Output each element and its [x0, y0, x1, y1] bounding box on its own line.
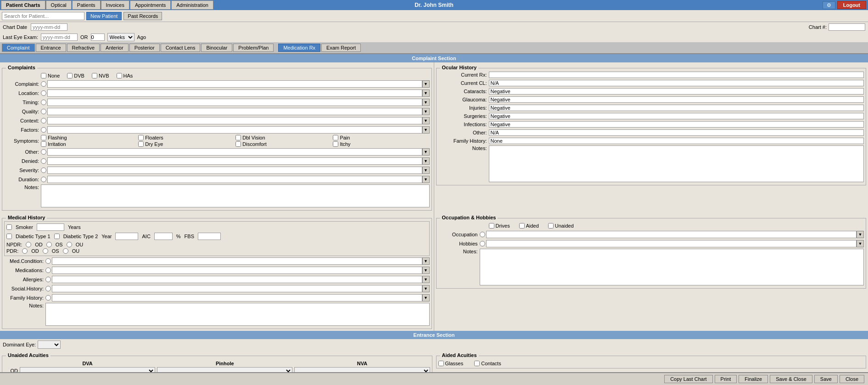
denied-dropdown-btn[interactable]: ▼ — [422, 157, 430, 165]
occupation-dropdown-btn[interactable]: ▼ — [857, 231, 864, 238]
npdr-os-radio[interactable] — [46, 242, 52, 247]
past-records-button[interactable]: Past Records — [123, 12, 162, 20]
contacts-checkbox[interactable] — [474, 361, 480, 366]
oh-other-input[interactable] — [489, 129, 864, 136]
severity-dropdown-btn[interactable]: ▼ — [422, 167, 430, 174]
hobbies-input[interactable] — [486, 240, 857, 247]
medications-dropdown-btn[interactable]: ▼ — [422, 267, 430, 274]
timing-dropdown-btn[interactable]: ▼ — [422, 99, 430, 106]
occupation-input[interactable] — [486, 231, 857, 238]
tab-entrance[interactable]: Entrance — [36, 44, 66, 52]
occupation-radio[interactable] — [480, 232, 485, 237]
glaucoma-input[interactable] — [489, 96, 864, 103]
new-patient-button[interactable]: New Patient — [86, 12, 122, 20]
injuries-input[interactable] — [489, 105, 864, 111]
tab-patients[interactable]: Patients — [72, 0, 101, 10]
itchy-checkbox[interactable] — [333, 141, 338, 147]
quality-radio[interactable] — [41, 109, 46, 114]
medications-radio[interactable] — [45, 268, 51, 273]
time-unit-select[interactable]: Weeks Months Years — [107, 33, 134, 41]
medications-input[interactable] — [52, 267, 422, 274]
finalize-button[interactable]: Finalize — [739, 375, 768, 383]
irritation-checkbox[interactable] — [41, 141, 46, 147]
denied-radio[interactable] — [41, 158, 46, 164]
diabetic-year-input[interactable] — [115, 233, 138, 240]
pain-checkbox[interactable] — [333, 135, 338, 140]
dvb-checkbox[interactable] — [67, 73, 73, 78]
tab-appointments[interactable]: Appointments — [130, 0, 171, 10]
social-history-radio[interactable] — [45, 286, 51, 291]
timing-input[interactable] — [47, 99, 422, 106]
duration-input[interactable] — [47, 176, 422, 183]
fbs-input[interactable] — [198, 233, 221, 240]
npdr-ou-radio[interactable] — [67, 242, 72, 247]
last-eye-date-input[interactable] — [41, 33, 78, 41]
infections-input[interactable] — [489, 121, 864, 128]
copy-last-chart-button[interactable]: Copy Last Chart — [664, 375, 712, 383]
tab-complaint[interactable]: Complaint — [2, 44, 35, 52]
settings-button[interactable]: ⚙ — [823, 1, 835, 9]
chart-num-input[interactable] — [829, 23, 865, 31]
npdr-od-radio[interactable] — [26, 242, 31, 247]
drives-checkbox[interactable] — [489, 223, 494, 229]
aic-input[interactable] — [154, 233, 173, 240]
denied-input[interactable] — [47, 157, 422, 165]
tab-binocular[interactable]: Binocular — [201, 44, 232, 52]
unaided-checkbox[interactable] — [548, 223, 554, 229]
save-close-button[interactable]: Save & Close — [770, 375, 812, 383]
tab-refractive[interactable]: Refractive — [67, 44, 100, 52]
tab-problem-plan[interactable]: Problem/Plan — [233, 44, 274, 52]
dominant-eye-select[interactable]: OD OS — [38, 340, 61, 349]
hobbies-radio[interactable] — [480, 241, 485, 246]
surgeries-input[interactable] — [489, 113, 864, 119]
floaters-checkbox[interactable] — [138, 135, 144, 140]
other-radio[interactable] — [41, 149, 46, 155]
social-history-dropdown-btn[interactable]: ▼ — [422, 285, 430, 292]
med-hist-notes-textarea[interactable] — [45, 303, 430, 326]
hobbies-dropdown-btn[interactable]: ▼ — [857, 240, 864, 247]
med-condition-radio[interactable] — [45, 258, 51, 264]
pdr-os-radio[interactable] — [43, 248, 48, 254]
close-button[interactable]: Close — [840, 375, 864, 383]
chart-date-input[interactable] — [31, 23, 67, 31]
factors-input[interactable] — [47, 126, 422, 134]
location-input[interactable] — [47, 89, 422, 97]
tab-invoices[interactable]: Invoices — [101, 0, 129, 10]
has-checkbox[interactable] — [117, 73, 122, 78]
other-input[interactable] — [47, 148, 422, 156]
smoker-years-input[interactable] — [37, 223, 64, 231]
complaint-radio[interactable] — [41, 81, 46, 87]
pdr-od-radio[interactable] — [22, 248, 28, 254]
med-family-history-dropdown-btn[interactable]: ▼ — [422, 294, 430, 301]
complaint-notes-textarea[interactable] — [41, 184, 430, 207]
quality-dropdown-btn[interactable]: ▼ — [422, 108, 430, 115]
med-condition-input[interactable] — [52, 257, 422, 265]
smoker-checkbox[interactable] — [6, 224, 12, 230]
context-dropdown-btn[interactable]: ▼ — [422, 117, 430, 124]
complaint-input[interactable] — [47, 80, 422, 88]
tab-patient-charts[interactable]: Patient Charts — [1, 0, 45, 10]
context-radio[interactable] — [41, 118, 46, 123]
diabetic-type1-checkbox[interactable] — [6, 234, 12, 239]
medication-rx-button[interactable]: Medication Rx — [278, 44, 320, 52]
tab-contact-lens[interactable]: Contact Lens — [161, 44, 201, 52]
nvb-checkbox[interactable] — [92, 73, 97, 78]
weeks-number-input[interactable] — [91, 33, 105, 41]
discomfort-checkbox[interactable] — [235, 141, 241, 147]
severity-radio[interactable] — [41, 167, 46, 173]
factors-dropdown-btn[interactable]: ▼ — [422, 126, 430, 134]
med-family-history-radio[interactable] — [45, 295, 51, 301]
none-checkbox[interactable] — [41, 73, 46, 78]
aided-checkbox[interactable] — [519, 223, 525, 229]
context-input[interactable] — [47, 117, 422, 124]
tab-posterior[interactable]: Posterior — [129, 44, 160, 52]
tab-optical[interactable]: Optical — [46, 0, 72, 10]
timing-radio[interactable] — [41, 100, 46, 105]
other-dropdown-btn[interactable]: ▼ — [422, 148, 430, 156]
oh-notes2-textarea[interactable] — [480, 249, 864, 285]
current-rx-input[interactable] — [489, 72, 864, 78]
allergies-dropdown-btn[interactable]: ▼ — [422, 276, 430, 283]
glasses-checkbox[interactable] — [438, 361, 444, 366]
tab-administration[interactable]: Administration — [171, 0, 213, 10]
allergies-radio[interactable] — [45, 277, 51, 282]
